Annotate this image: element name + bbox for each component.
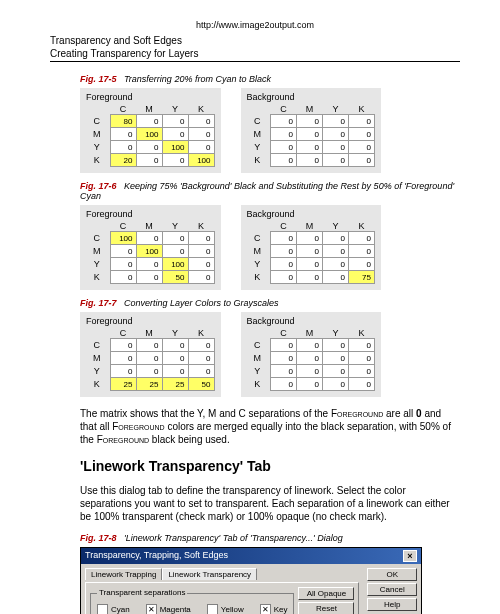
checkbox-cyan[interactable] xyxy=(97,604,108,614)
matrix-cell[interactable]: 0 xyxy=(110,352,136,365)
matrix-cell[interactable]: 25 xyxy=(162,378,188,391)
matrix-cell[interactable]: 0 xyxy=(271,128,297,141)
matrix-cell[interactable]: 0 xyxy=(271,232,297,245)
matrix-cell[interactable]: 100 xyxy=(136,128,162,141)
matrix-cell[interactable]: 0 xyxy=(297,352,323,365)
matrix-cell[interactable]: 0 xyxy=(349,232,375,245)
checkbox-key[interactable]: ✕ xyxy=(260,604,271,614)
matrix-cell[interactable]: 0 xyxy=(323,258,349,271)
matrix-cell[interactable]: 0 xyxy=(188,245,214,258)
matrix-cell[interactable]: 0 xyxy=(162,245,188,258)
matrix-cell[interactable]: 0 xyxy=(271,378,297,391)
matrix-cell[interactable]: 0 xyxy=(271,271,297,284)
checkbox-yellow[interactable] xyxy=(207,604,218,614)
button-ok[interactable]: OK xyxy=(367,568,417,581)
button-help[interactable]: Help xyxy=(367,598,417,611)
matrix-cell[interactable]: 0 xyxy=(136,258,162,271)
matrix-cell[interactable]: 0 xyxy=(162,339,188,352)
matrix-cell[interactable]: 0 xyxy=(349,365,375,378)
matrix-cell[interactable]: 0 xyxy=(188,115,214,128)
matrix-cell[interactable]: 0 xyxy=(136,232,162,245)
matrix-cell[interactable]: 0 xyxy=(136,271,162,284)
matrix-cell[interactable]: 0 xyxy=(271,141,297,154)
matrix-cell[interactable]: 0 xyxy=(297,339,323,352)
matrix-cell[interactable]: 0 xyxy=(136,365,162,378)
matrix-cell[interactable]: 0 xyxy=(349,141,375,154)
matrix-cell[interactable]: 80 xyxy=(110,115,136,128)
tab-linework-transparency[interactable]: Linework Transparency xyxy=(162,568,257,580)
matrix-cell[interactable]: 0 xyxy=(110,271,136,284)
matrix-cell[interactable]: 0 xyxy=(188,128,214,141)
matrix-cell[interactable]: 0 xyxy=(323,115,349,128)
matrix-cell[interactable]: 0 xyxy=(323,128,349,141)
matrix-cell[interactable]: 0 xyxy=(110,141,136,154)
matrix-cell[interactable]: 0 xyxy=(136,352,162,365)
matrix-cell[interactable]: 0 xyxy=(297,378,323,391)
matrix-cell[interactable]: 0 xyxy=(349,258,375,271)
matrix-cell[interactable]: 0 xyxy=(297,154,323,167)
checkbox-magenta[interactable]: ✕ xyxy=(146,604,157,614)
matrix-cell[interactable]: 0 xyxy=(188,232,214,245)
matrix-cell[interactable]: 50 xyxy=(188,378,214,391)
matrix-cell[interactable]: 0 xyxy=(110,258,136,271)
matrix-cell[interactable]: 0 xyxy=(110,245,136,258)
matrix-cell[interactable]: 0 xyxy=(188,271,214,284)
matrix-cell[interactable]: 0 xyxy=(188,339,214,352)
matrix-cell[interactable]: 0 xyxy=(323,365,349,378)
matrix-cell[interactable]: 0 xyxy=(297,271,323,284)
button-cancel[interactable]: Cancel xyxy=(367,583,417,596)
matrix-cell[interactable]: 0 xyxy=(136,339,162,352)
matrix-cell[interactable]: 100 xyxy=(136,245,162,258)
matrix-cell[interactable]: 0 xyxy=(136,115,162,128)
matrix-cell[interactable]: 0 xyxy=(297,115,323,128)
matrix-cell[interactable]: 0 xyxy=(271,365,297,378)
matrix-cell[interactable]: 0 xyxy=(297,141,323,154)
matrix-cell[interactable]: 0 xyxy=(110,128,136,141)
matrix-cell[interactable]: 0 xyxy=(323,141,349,154)
matrix-cell[interactable]: 0 xyxy=(188,365,214,378)
matrix-cell[interactable]: 0 xyxy=(271,245,297,258)
matrix-cell[interactable]: 0 xyxy=(349,339,375,352)
matrix-cell[interactable]: 0 xyxy=(349,115,375,128)
matrix-cell[interactable]: 100 xyxy=(162,141,188,154)
tab-linework-trapping[interactable]: Linework Trapping xyxy=(85,568,162,580)
close-icon[interactable]: × xyxy=(403,550,417,562)
matrix-cell[interactable]: 0 xyxy=(297,245,323,258)
matrix-cell[interactable]: 0 xyxy=(271,258,297,271)
matrix-cell[interactable]: 0 xyxy=(323,154,349,167)
matrix-cell[interactable]: 0 xyxy=(162,232,188,245)
button-reset[interactable]: Reset xyxy=(298,602,354,614)
matrix-cell[interactable]: 0 xyxy=(136,141,162,154)
matrix-cell[interactable]: 20 xyxy=(110,154,136,167)
matrix-cell[interactable]: 0 xyxy=(162,154,188,167)
matrix-cell[interactable]: 0 xyxy=(162,352,188,365)
matrix-cell[interactable]: 0 xyxy=(297,365,323,378)
matrix-cell[interactable]: 0 xyxy=(188,258,214,271)
matrix-cell[interactable]: 25 xyxy=(136,378,162,391)
matrix-cell[interactable]: 0 xyxy=(323,245,349,258)
matrix-cell[interactable]: 0 xyxy=(110,339,136,352)
matrix-cell[interactable]: 100 xyxy=(162,258,188,271)
matrix-cell[interactable]: 0 xyxy=(271,352,297,365)
matrix-cell[interactable]: 0 xyxy=(297,258,323,271)
matrix-cell[interactable]: 0 xyxy=(349,154,375,167)
matrix-cell[interactable]: 0 xyxy=(162,128,188,141)
matrix-cell[interactable]: 0 xyxy=(297,128,323,141)
button-all opaque[interactable]: All Opaque xyxy=(298,587,354,600)
matrix-cell[interactable]: 50 xyxy=(162,271,188,284)
matrix-cell[interactable]: 0 xyxy=(297,232,323,245)
matrix-cell[interactable]: 0 xyxy=(162,115,188,128)
matrix-cell[interactable]: 100 xyxy=(188,154,214,167)
matrix-cell[interactable]: 25 xyxy=(110,378,136,391)
matrix-cell[interactable]: 0 xyxy=(323,271,349,284)
matrix-cell[interactable]: 0 xyxy=(349,352,375,365)
matrix-cell[interactable]: 0 xyxy=(349,245,375,258)
matrix-cell[interactable]: 0 xyxy=(162,365,188,378)
matrix-cell[interactable]: 100 xyxy=(110,232,136,245)
matrix-cell[interactable]: 75 xyxy=(349,271,375,284)
matrix-cell[interactable]: 0 xyxy=(271,115,297,128)
matrix-cell[interactable]: 0 xyxy=(271,154,297,167)
matrix-cell[interactable]: 0 xyxy=(271,339,297,352)
matrix-cell[interactable]: 0 xyxy=(323,339,349,352)
matrix-cell[interactable]: 0 xyxy=(323,232,349,245)
